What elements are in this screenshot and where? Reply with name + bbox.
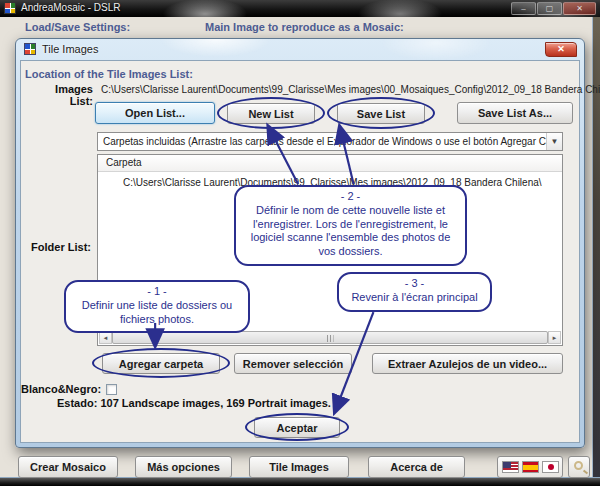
save-list-as-button[interactable]: Save List As...: [457, 102, 573, 124]
accept-button[interactable]: Aceptar: [254, 417, 340, 438]
app-icon: [4, 2, 16, 14]
callout-1-number: - 1 -: [72, 285, 242, 299]
callout-3-text: Revenir à l'écran principal: [345, 291, 484, 305]
callout-2-number: - 2 -: [242, 190, 459, 204]
tile-images-dialog: Tile Images ✕ Location of the Tile Image…: [15, 38, 585, 448]
minimize-button[interactable]: –: [511, 2, 536, 15]
black-white-checkbox[interactable]: [106, 384, 117, 395]
maximize-button[interactable]: ▢: [537, 2, 562, 15]
dialog-icon: [24, 43, 36, 55]
folder-list-label: Folder List:: [27, 241, 91, 253]
magnifier-icon: [574, 461, 583, 470]
main-image-label: Main Image to reproduce as a Mosaic:: [205, 21, 404, 33]
dialog-close-button[interactable]: ✕: [545, 42, 577, 57]
open-list-button[interactable]: Open List...: [95, 102, 215, 124]
spain-flag-icon[interactable]: [522, 461, 539, 473]
add-folder-button[interactable]: Agregar carpeta: [102, 353, 220, 374]
save-list-button[interactable]: Save List: [337, 103, 425, 124]
dialog-title: Tile Images: [42, 43, 98, 55]
folders-dropdown[interactable]: Carpetas incluidas (Arrastre las carpeta…: [97, 132, 563, 151]
more-options-button[interactable]: Más opciones: [135, 456, 232, 478]
callout-step-2: - 2 - Définir le nom de cette nouvelle l…: [234, 185, 467, 266]
black-white-label: Blanco&Negro:: [21, 383, 101, 395]
us-flag-icon[interactable]: [502, 461, 519, 473]
images-list-label: Images List:: [31, 83, 93, 107]
main-window-title: AndreaMosaic - DSLR: [21, 2, 120, 13]
close-button[interactable]: ✕: [563, 2, 596, 15]
callout-3-number: - 3 -: [345, 277, 484, 291]
tile-images-button[interactable]: Tile Images: [249, 456, 349, 478]
window-controls: – ▢ ✕: [511, 2, 596, 15]
folders-dropdown-value: Carpetas incluidas (Arrastre las carpeta…: [103, 136, 563, 147]
chevron-down-icon[interactable]: ▼: [546, 133, 562, 150]
window-bottom-frame: [0, 477, 600, 486]
extract-tiles-video-button[interactable]: Extraer Azulejos de un video...: [372, 353, 563, 374]
japan-flag-icon[interactable]: [542, 461, 559, 473]
create-mosaic-button[interactable]: Crear Mosaico: [18, 456, 118, 478]
folder-column-header: Carpeta: [98, 155, 562, 172]
scrollbar-grip: [327, 335, 334, 342]
dialog-titlebar[interactable]: Tile Images ✕: [16, 39, 584, 60]
magnifier-button[interactable]: [568, 456, 590, 478]
callout-step-3: - 3 - Revenir à l'écran principal: [337, 272, 492, 312]
language-selector[interactable]: [497, 456, 563, 478]
callout-1-text: Definir une liste de dossiers ou fichier…: [72, 299, 242, 327]
callout-2-text: Définir le nom de cette nouvelle liste e…: [242, 204, 459, 259]
callout-step-1: - 1 - Definir une liste de dossiers ou f…: [64, 280, 250, 333]
remove-selection-button[interactable]: Remover selección: [234, 353, 352, 374]
location-heading: Location of the Tile Images List:: [25, 68, 193, 80]
new-list-button[interactable]: New List: [227, 103, 315, 124]
scroll-right-icon[interactable]: ►: [548, 331, 561, 344]
main-titlebar: AndreaMosaic - DSLR – ▢ ✕: [0, 0, 600, 17]
images-list-path: C:\Users\Clarisse Laurent\Documents\99_C…: [101, 84, 600, 95]
status-text: Estado: 107 Landscape images, 169 Portra…: [57, 397, 331, 409]
screen: AndreaMosaic - DSLR – ▢ ✕ Load/Save Sett…: [0, 0, 600, 486]
dialog-body: Location of the Tile Images List: Images…: [20, 60, 580, 443]
about-button[interactable]: Acerca de: [368, 456, 465, 478]
load-save-settings-label: Load/Save Settings:: [25, 21, 130, 33]
